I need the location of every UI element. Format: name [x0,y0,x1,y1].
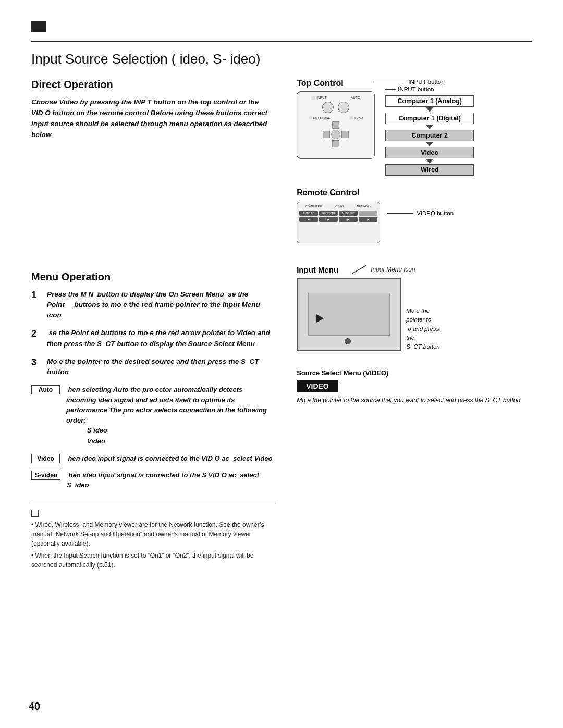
step-2-text: se the Point ed buttons to mo e the red … [47,328,276,349]
bullet-2-sym: • [31,552,33,559]
dpad-down [332,140,339,147]
step-3-text: Mo e the pointer to the desired source a… [47,356,276,378]
step-1-num: 1 [31,288,42,321]
arrow-1 [426,107,433,112]
sequence-area: INPUT button INPUT button Computer 1 (An… [385,79,474,176]
svg-line-0 [352,265,366,274]
remote-btn-empty [359,211,377,216]
sub-item-1: S ideo [87,425,276,436]
remote-label-network: NETWORK [357,205,371,208]
dpad-right [341,131,349,138]
remote-btn-autoset: AUTO SET [339,211,358,216]
input-button-annotation2: INPUT button [398,86,434,92]
top-control-diagram: Top Control ⬜ INPUT AUTO [297,79,532,405]
seq-box-computer2: Computer 2 [385,130,474,141]
seq-label-wired: Wired [421,166,439,174]
top-rule [31,41,532,42]
arrow-3 [426,142,433,146]
input-annotation-line-1 [375,82,406,82]
device-label-row2: ⬜ KEYSTONE ⬜ MENU [300,116,371,119]
input-menu-header: Input Menu Input Menu icon [297,264,532,275]
footer-notes: • Wired, Wireless, and Memory viewer are… [31,503,276,570]
input-menu-section: Input Menu Input Menu icon [297,264,532,405]
seq-label-video: Video [421,149,438,156]
device-label-row: ⬜ INPUT AUTO [300,96,371,100]
video-tag: Video [31,454,60,463]
remote-btn-4: ▶ [359,217,377,222]
screen-dot [345,338,351,344]
menu-operation-section: Menu Operation 1 Press the M N button to… [31,271,276,490]
svideo-note: S-video hen ideo input signal is connect… [31,470,276,490]
remote-control-section: Remote Control COMPUTER VIDEO NETWORK AU… [297,188,532,243]
pointer-note-2: o and press the [406,325,443,343]
dpad-up [332,121,339,129]
pointer-arrow-icon [316,314,324,323]
input-menu-icon-label: Input Menu icon [371,266,415,273]
video-button-annotation: VIDEO button [417,210,454,216]
dpad-left [323,131,330,138]
footer-note-2: • When the Input Search function is set … [31,551,276,570]
spacer-direct [31,150,276,254]
circle-1 [322,102,334,113]
step-2: 2 se the Point ed buttons to mo e the re… [31,328,276,349]
footer-note-1: • Wired, Wireless, and Memory viewer are… [31,520,276,548]
auto-note-content: hen selecting Auto the pro ector automat… [66,385,276,447]
auto-note-text: hen selecting Auto the pro ector automat… [66,386,267,424]
step-1-text: Press the M N button to display the On S… [47,289,276,321]
input-button-annotation: INPUT button [408,79,444,85]
top-icon [31,21,46,32]
label-keystone: ⬜ KEYSTONE [309,116,330,119]
device-label-input: ⬜ INPUT [311,96,326,100]
seq-label-digital: Computer 1 (Digital) [398,115,460,122]
remote-control-label: Remote Control [297,188,532,198]
label-menu: ⬜ MENU [349,116,363,119]
menu-operation-heading: Menu Operation [31,271,276,283]
page-number: 40 [29,700,40,712]
screen-diagram: Mo e the pointer to o and press the S CT… [297,278,443,359]
right-column: Top Control ⬜ INPUT AUTO [291,79,532,572]
seq-box-analog: Computer 1 (Analog) [385,95,474,107]
step-1: 1 Press the M N button to display the On… [31,289,276,321]
pointer-note-1: Mo e the pointer to [406,306,443,325]
auto-sublist: S ideo Video [87,425,276,447]
page: Input Source Selection ( ideo, S- ideo) … [0,0,563,728]
device-dpad [300,121,371,147]
seq-box-digital: Computer 1 (Digital) [385,113,474,124]
left-column: Direct Operation Choose Video by pressin… [31,79,291,572]
seq-box-wired: Wired [385,164,474,176]
dpad-center [331,130,340,139]
screen-inner [308,293,390,336]
remote-btn-2: ▶ [319,217,338,222]
remote-btn-3: ▶ [339,217,358,222]
source-select-menu: Source Select Menu (VIDEO) VIDEO Mo e th… [297,369,532,405]
input-menu-icon-annotation: Input Menu icon [352,264,415,275]
remote-label-video: VIDEO [335,205,344,208]
step-list: 1 Press the M N button to display the On… [31,289,276,378]
input-annotation-line-2 [385,89,396,90]
seq-label-analog: Computer 1 (Analog) [397,97,462,105]
auto-tag: Auto [31,385,60,394]
arrow-2 [426,125,433,129]
remote-device: COMPUTER VIDEO NETWORK AUTO PC KEYSTONE … [297,202,380,243]
remote-btn-keystone: KEYSTONE [319,211,338,216]
remote-label-computer: COMPUTER [305,205,322,208]
video-btn-annotation: VIDEO button [387,210,454,216]
direct-operation-description: Choose Video by pressing the INP T butto… [31,97,276,141]
screen-outer [297,278,401,351]
bullet-1-text: Wired, Wireless, and Memory viewer are f… [31,521,264,547]
note-icon [31,510,39,517]
source-select-description: Mo e the pointer to the source that you … [297,396,532,405]
seq-box-video: Video [385,147,474,158]
video-annotation-line [387,213,413,214]
direct-operation-section: Direct Operation Choose Video by pressin… [31,79,276,141]
device-label-auto: AUTO [351,96,360,100]
page-title: Input Source Selection ( ideo, S- ideo) [31,51,532,67]
top-control-label: Top Control [297,79,343,88]
arrow-4 [426,159,433,164]
remote-btn-grid: AUTO PC KEYSTONE AUTO SET ▶ ▶ ▶ ▶ [299,211,377,222]
step-3: 3 Mo e the pointer to the desired source… [31,356,276,378]
svideo-note-text: hen ideo input signal is connected to th… [67,470,276,490]
pointer-note-3: S CT button [406,342,443,351]
remote-top-row: COMPUTER VIDEO NETWORK [299,205,377,208]
sequence-boxes: Computer 1 (Analog) Computer 1 (Digital)… [385,95,474,176]
